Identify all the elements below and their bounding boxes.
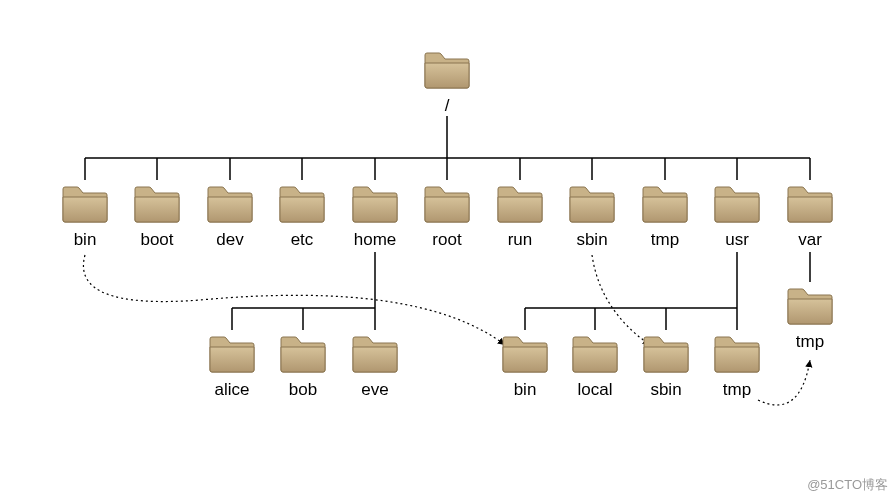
folder-usr_bin: bin xyxy=(501,332,549,400)
folder-icon xyxy=(133,182,181,224)
folder-icon xyxy=(278,182,326,224)
folder-label: dev xyxy=(216,230,243,250)
folder-eve: eve xyxy=(351,332,399,400)
folder-label: tmp xyxy=(796,332,824,352)
folder-etc: etc xyxy=(278,182,326,250)
folder-icon xyxy=(501,332,549,374)
filesystem-tree-diagram: / bin boot de xyxy=(0,0,894,500)
folder-sbin: sbin xyxy=(568,182,616,250)
folder-icon xyxy=(61,182,109,224)
folder-label: local xyxy=(578,380,613,400)
folder-bob: bob xyxy=(279,332,327,400)
folder-usr_local: local xyxy=(571,332,619,400)
folder-icon xyxy=(423,48,471,90)
folder-var: var xyxy=(786,182,834,250)
folder-icon xyxy=(351,332,399,374)
folder-label: root xyxy=(432,230,461,250)
folder-usr_tmp: tmp xyxy=(713,332,761,400)
folder-label: boot xyxy=(140,230,173,250)
folder-icon xyxy=(568,182,616,224)
folder-usr_sbin: sbin xyxy=(642,332,690,400)
folder-label: / xyxy=(445,96,450,116)
folder-icon xyxy=(786,182,834,224)
folder-root: / xyxy=(423,48,471,116)
folder-icon xyxy=(571,332,619,374)
folder-label: home xyxy=(354,230,397,250)
folder-icon xyxy=(713,332,761,374)
folder-label: run xyxy=(508,230,533,250)
folder-icon xyxy=(641,182,689,224)
folder-home: home xyxy=(351,182,399,250)
folder-tmp: tmp xyxy=(641,182,689,250)
folder-icon xyxy=(713,182,761,224)
folder-root: root xyxy=(423,182,471,250)
folder-label: tmp xyxy=(651,230,679,250)
folder-var_tmp: tmp xyxy=(786,284,834,352)
folder-dev: dev xyxy=(206,182,254,250)
folder-icon xyxy=(351,182,399,224)
watermark: @51CTO博客 xyxy=(807,476,888,494)
folder-label: alice xyxy=(215,380,250,400)
folder-label: bin xyxy=(514,380,537,400)
folder-label: var xyxy=(798,230,822,250)
folder-label: bob xyxy=(289,380,317,400)
folder-label: tmp xyxy=(723,380,751,400)
folder-icon xyxy=(423,182,471,224)
folder-boot: boot xyxy=(133,182,181,250)
folder-icon xyxy=(496,182,544,224)
folder-label: etc xyxy=(291,230,314,250)
folder-icon xyxy=(642,332,690,374)
folder-icon xyxy=(786,284,834,326)
folder-label: sbin xyxy=(576,230,607,250)
folder-label: sbin xyxy=(650,380,681,400)
folder-run: run xyxy=(496,182,544,250)
folder-icon xyxy=(279,332,327,374)
folder-usr: usr xyxy=(713,182,761,250)
folder-alice: alice xyxy=(208,332,256,400)
folder-label: bin xyxy=(74,230,97,250)
folder-label: eve xyxy=(361,380,388,400)
folder-icon xyxy=(206,182,254,224)
folder-icon xyxy=(208,332,256,374)
folder-label: usr xyxy=(725,230,749,250)
folder-bin: bin xyxy=(61,182,109,250)
